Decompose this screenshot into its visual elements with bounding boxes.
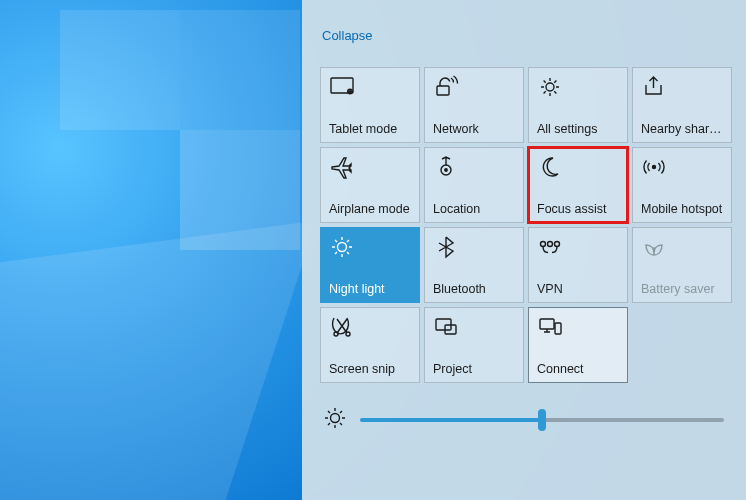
- tile-night-light[interactable]: Night light: [320, 227, 420, 303]
- tile-label: Airplane mode: [329, 202, 411, 216]
- project-icon: [433, 316, 515, 338]
- tile-all-settings[interactable]: All settings: [528, 67, 628, 143]
- tile-label: Night light: [329, 282, 411, 296]
- tile-label: Project: [433, 362, 515, 376]
- tile-label: Tablet mode: [329, 122, 411, 136]
- tile-screen-snip[interactable]: Screen snip: [320, 307, 420, 383]
- brightness-slider-thumb[interactable]: [538, 409, 546, 431]
- tile-mobile-hotspot[interactable]: Mobile hotspot: [632, 147, 732, 223]
- tile-focus-assist[interactable]: Focus assist: [528, 147, 628, 223]
- airplane-icon: [329, 156, 411, 178]
- brightness-icon: [322, 405, 348, 435]
- brightness-control: [318, 405, 730, 435]
- tile-label: Screen snip: [329, 362, 411, 376]
- tile-label: Location: [433, 202, 515, 216]
- leaf-icon: [641, 236, 723, 258]
- vpn-icon: [537, 236, 619, 258]
- tile-label: All settings: [537, 122, 619, 136]
- network-icon: [433, 76, 515, 98]
- tile-bluetooth[interactable]: Bluetooth: [424, 227, 524, 303]
- tile-label: Nearby sharing: [641, 122, 723, 136]
- connect-icon: [537, 316, 619, 338]
- tablet-icon: [329, 76, 411, 98]
- action-center-panel: Collapse Tablet mode Network All setting…: [302, 0, 746, 500]
- sun-icon: [329, 236, 411, 258]
- tile-label: Bluetooth: [433, 282, 515, 296]
- tile-connect[interactable]: Connect: [528, 307, 628, 383]
- tile-vpn[interactable]: VPN: [528, 227, 628, 303]
- tile-nearby-sharing[interactable]: Nearby sharing: [632, 67, 732, 143]
- quick-action-tiles: Tablet mode Network All settings Nearby …: [320, 67, 730, 383]
- tile-location[interactable]: Location: [424, 147, 524, 223]
- brightness-slider[interactable]: [360, 418, 724, 422]
- tile-network[interactable]: Network: [424, 67, 524, 143]
- collapse-button[interactable]: Collapse: [322, 28, 373, 43]
- hotspot-icon: [641, 156, 723, 178]
- tile-label: Mobile hotspot: [641, 202, 723, 216]
- tile-label: VPN: [537, 282, 619, 296]
- tile-airplane-mode[interactable]: Airplane mode: [320, 147, 420, 223]
- tile-project[interactable]: Project: [424, 307, 524, 383]
- tile-label: Focus assist: [537, 202, 619, 216]
- bluetooth-icon: [433, 236, 515, 258]
- moon-icon: [537, 156, 619, 178]
- gear-icon: [537, 76, 619, 98]
- tile-label: Network: [433, 122, 515, 136]
- location-icon: [433, 156, 515, 178]
- tile-label: Battery saver: [641, 282, 723, 296]
- tile-battery-saver[interactable]: Battery saver: [632, 227, 732, 303]
- share-icon: [641, 76, 723, 98]
- tile-label: Connect: [537, 362, 619, 376]
- scissors-icon: [329, 316, 411, 338]
- tile-tablet-mode[interactable]: Tablet mode: [320, 67, 420, 143]
